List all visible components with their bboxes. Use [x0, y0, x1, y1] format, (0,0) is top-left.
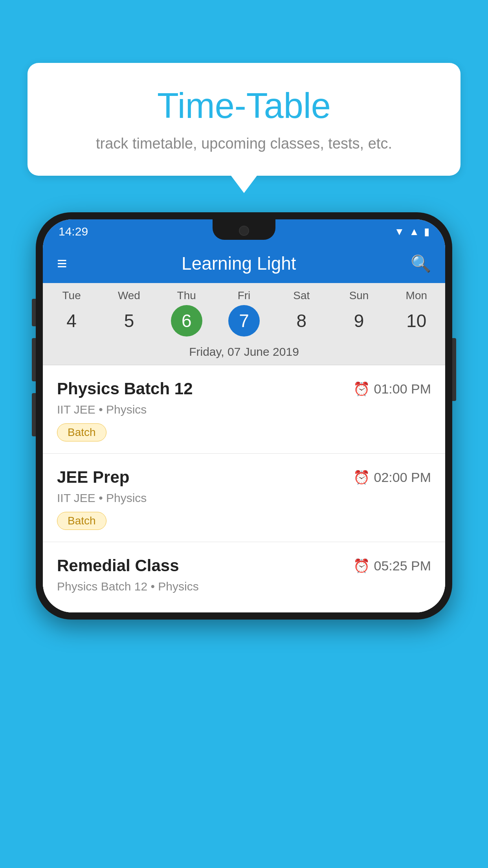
class-time: ⏰ 05:25 PM	[353, 558, 431, 574]
cal-day-label: Wed	[100, 289, 158, 302]
calendar-day-6[interactable]: Thu 6	[158, 289, 215, 337]
cal-day-label: Mon	[388, 289, 445, 302]
class-name: Physics Batch 12	[57, 379, 193, 398]
wifi-icon: ▼	[394, 226, 405, 238]
class-name: JEE Prep	[57, 468, 129, 487]
cal-day-number: 5	[113, 305, 145, 337]
phone-btn-vol-up	[32, 299, 36, 326]
class-item-2[interactable]: Remedial Class ⏰ 05:25 PM Physics Batch …	[43, 542, 445, 612]
bubble-title: Time-Table	[47, 86, 441, 125]
battery-icon: ▮	[424, 226, 429, 238]
calendar-day-10[interactable]: Mon 10	[388, 289, 445, 337]
class-item-header: Remedial Class ⏰ 05:25 PM	[57, 556, 431, 575]
batch-badge: Batch	[57, 512, 106, 530]
phone-notch	[213, 219, 275, 240]
calendar-day-7[interactable]: Fri 7	[215, 289, 273, 337]
cal-day-label: Tue	[43, 289, 100, 302]
app-bar-title: Learning Light	[79, 253, 399, 274]
class-item-header: JEE Prep ⏰ 02:00 PM	[57, 468, 431, 487]
class-item-0[interactable]: Physics Batch 12 ⏰ 01:00 PM IIT JEE • Ph…	[43, 365, 445, 454]
phone-outer: 14:29 ▼ ▲ ▮ ≡ Learning Light 🔍 Tue 4 Wed…	[36, 212, 452, 620]
cal-day-number: 8	[286, 305, 317, 337]
clock-icon: ⏰	[353, 381, 370, 397]
calendar-week-row: Tue 4 Wed 5 Thu 6 Fri 7 Sat 8 Sun 9 Mon …	[43, 283, 445, 340]
clock-icon: ⏰	[353, 469, 370, 485]
class-time: ⏰ 01:00 PM	[353, 381, 431, 397]
cal-day-number: 4	[56, 305, 87, 337]
phone-mockup: 14:29 ▼ ▲ ▮ ≡ Learning Light 🔍 Tue 4 Wed…	[36, 212, 452, 620]
batch-badge: Batch	[57, 423, 106, 441]
class-meta: IIT JEE • Physics	[57, 403, 431, 416]
phone-btn-vol-down2	[32, 393, 36, 436]
calendar-day-9[interactable]: Sun 9	[330, 289, 387, 337]
class-meta: Physics Batch 12 • Physics	[57, 580, 431, 593]
calendar-day-8[interactable]: Sat 8	[273, 289, 330, 337]
cal-day-number: 6	[171, 305, 202, 337]
cal-day-label: Sun	[330, 289, 387, 302]
cal-day-label: Sat	[273, 289, 330, 302]
phone-btn-vol-down1	[32, 338, 36, 381]
speech-bubble-container: Time-Table track timetable, upcoming cla…	[28, 63, 460, 176]
bubble-subtitle: track timetable, upcoming classes, tests…	[47, 133, 441, 154]
phone-screen: 14:29 ▼ ▲ ▮ ≡ Learning Light 🔍 Tue 4 Wed…	[43, 219, 445, 612]
class-meta: IIT JEE • Physics	[57, 491, 431, 505]
status-time: 14:29	[59, 225, 88, 238]
class-item-1[interactable]: JEE Prep ⏰ 02:00 PM IIT JEE • Physics Ba…	[43, 454, 445, 542]
signal-icon: ▲	[409, 226, 419, 238]
menu-icon[interactable]: ≡	[57, 255, 67, 272]
search-icon[interactable]: 🔍	[411, 254, 431, 273]
app-bar: ≡ Learning Light 🔍	[43, 244, 445, 283]
cal-day-number: 10	[401, 305, 432, 337]
selected-date-label: Friday, 07 June 2019	[43, 340, 445, 365]
class-list: Physics Batch 12 ⏰ 01:00 PM IIT JEE • Ph…	[43, 365, 445, 612]
calendar-day-4[interactable]: Tue 4	[43, 289, 100, 337]
phone-btn-power	[452, 338, 456, 401]
cal-day-number: 9	[343, 305, 375, 337]
cal-day-number: 7	[228, 305, 260, 337]
cal-day-label: Fri	[215, 289, 273, 302]
class-item-header: Physics Batch 12 ⏰ 01:00 PM	[57, 379, 431, 398]
cal-day-label: Thu	[158, 289, 215, 302]
class-name: Remedial Class	[57, 556, 179, 575]
class-time: ⏰ 02:00 PM	[353, 469, 431, 485]
phone-camera	[239, 226, 249, 236]
speech-bubble: Time-Table track timetable, upcoming cla…	[28, 63, 460, 176]
calendar-day-5[interactable]: Wed 5	[100, 289, 158, 337]
clock-icon: ⏰	[353, 558, 370, 574]
status-icons: ▼ ▲ ▮	[394, 226, 429, 238]
